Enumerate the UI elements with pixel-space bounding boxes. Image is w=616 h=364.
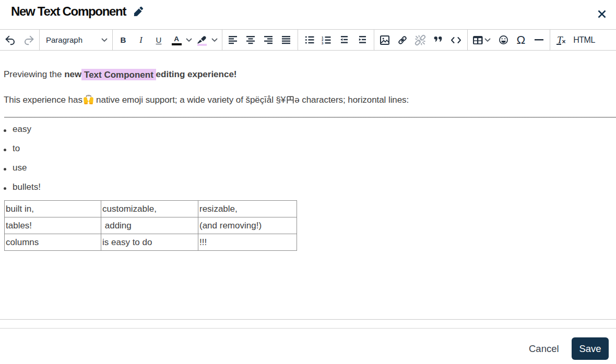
svg-text:3: 3 <box>322 41 324 44</box>
